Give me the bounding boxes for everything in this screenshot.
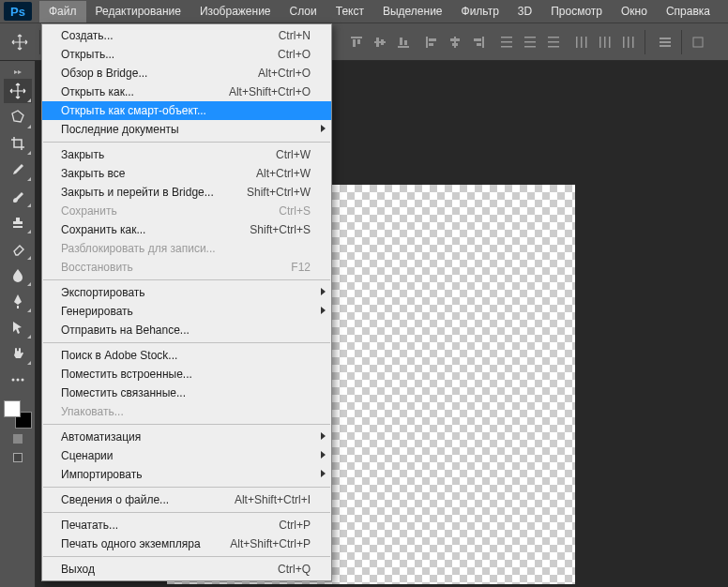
svg-rect-26 [548,46,559,48]
menu-item-экспортировать[interactable]: Экспортировать [42,283,331,302]
svg-point-41 [16,379,19,382]
dist-left-icon[interactable] [571,32,592,53]
align-left-icon[interactable] [421,32,442,53]
menu-item-поиск-в-adobe-stock-[interactable]: Поиск в Adobe Stock... [42,346,331,365]
3d-mode-icon[interactable] [688,32,708,53]
align-vcenter-icon[interactable] [370,32,390,53]
menu-item-shortcut: Ctrl+S [279,204,311,218]
menu-edit[interactable]: Редактирование [86,1,190,23]
foreground-color-swatch[interactable] [4,400,21,417]
align-right-icon[interactable] [468,32,489,53]
menubar: Ps Файл Редактирование Изображение Слои … [0,0,728,23]
edit-toolbar-icon[interactable] [4,368,32,392]
quickmask-icon[interactable] [13,434,23,444]
align-hcenter-icon[interactable] [445,32,465,53]
menu-select[interactable]: Выделение [373,1,452,23]
separator [645,30,645,54]
lasso-tool[interactable] [4,105,32,129]
menu-help[interactable]: Справка [657,1,720,23]
dist-right-icon[interactable] [618,32,639,53]
menu-item-label: Разблокировать для записи... [61,242,311,255]
menu-item-shortcut: Ctrl+P [279,519,311,532]
menu-image[interactable]: Изображение [190,1,281,23]
svg-rect-9 [426,37,428,48]
hand-tool[interactable] [4,341,32,366]
svg-rect-17 [477,43,481,46]
menu-separator [43,142,330,143]
brush-tool[interactable] [4,184,32,208]
svg-rect-25 [548,41,559,43]
menu-item-последние-документы[interactable]: Последние документы [42,120,331,139]
menu-item-печатать-[interactable]: Печатать...Ctrl+P [42,516,331,534]
menu-item-shortcut: Alt+Shift+Ctrl+I [235,493,311,506]
menu-item-label: Импортировать [61,468,311,481]
screenmode-icon[interactable] [13,453,23,462]
menu-item-поместить-связанные-[interactable]: Поместить связанные... [42,384,331,402]
eraser-tool[interactable] [4,236,32,261]
menu-item-label: Сценарии [61,449,311,462]
pen-tool[interactable] [4,289,32,313]
menu-item-сценарии[interactable]: Сценарии [42,446,331,465]
menu-item-label: Открыть как смарт-объект... [61,104,311,117]
svg-rect-18 [501,37,512,38]
align-bottom-icon[interactable] [393,32,414,53]
dist-top-icon[interactable] [496,32,517,53]
menu-item-поместить-встроенные-[interactable]: Поместить встроенные... [42,365,331,384]
menu-window[interactable]: Окно [612,1,657,23]
svg-rect-35 [632,37,634,48]
dist-vcenter-icon[interactable] [520,32,540,53]
menu-item-закрыть[interactable]: ЗакрытьCtrl+W [42,145,331,164]
align-top-icon[interactable] [346,32,367,53]
menu-item-открыть-как-смарт-объект-[interactable]: Открыть как смарт-объект... [42,101,331,120]
svg-rect-3 [374,41,386,43]
menu-filter[interactable]: Фильтр [452,1,508,23]
menu-item-закрыть-все[interactable]: Закрыть всеAlt+Ctrl+W [42,164,331,183]
svg-rect-20 [501,46,512,48]
menu-item-сохранить-как-[interactable]: Сохранить как...Shift+Ctrl+S [42,220,331,239]
dist-bottom-icon[interactable] [543,32,564,53]
svg-rect-32 [609,37,611,48]
svg-rect-36 [660,38,671,39]
menu-item-создать-[interactable]: Создать...Ctrl+N [42,26,331,45]
menu-item-обзор-в-bridge-[interactable]: Обзор в Bridge...Alt+Ctrl+O [42,64,331,83]
menu-item-label: Закрыть и перейти в Bridge... [61,186,247,199]
svg-rect-37 [660,41,671,43]
menu-text[interactable]: Текст [326,1,373,23]
menu-item-автоматизация[interactable]: Автоматизация [42,428,331,446]
menu-view[interactable]: Просмотр [541,1,612,23]
menu-item-печать-одного-экземпляра[interactable]: Печать одного экземпляраAlt+Shift+Ctrl+P [42,534,331,553]
svg-rect-28 [581,37,583,48]
menu-item-открыть-как-[interactable]: Открыть как...Alt+Shift+Ctrl+O [42,83,331,101]
menu-item-закрыть-и-перейти-в-bridge-[interactable]: Закрыть и перейти в Bridge...Shift+Ctrl+… [42,183,331,202]
toolbox-collapse-icon[interactable]: ▸▸ [2,65,34,78]
menu-item-открыть-[interactable]: Открыть...Ctrl+O [42,45,331,64]
more-options-icon[interactable] [655,32,675,53]
menu-item-label: Генерировать [61,305,311,318]
menu-3d[interactable]: 3D [508,1,541,23]
eyedropper-tool[interactable] [4,158,32,182]
blur-tool[interactable] [4,263,32,287]
menu-separator [43,424,330,425]
menu-item-выход[interactable]: ВыходCtrl+Q [42,560,331,579]
menu-item-сведения-о-файле-[interactable]: Сведения о файле...Alt+Shift+Ctrl+I [42,490,331,509]
menu-item-label: Автоматизация [61,430,311,444]
menu-item-отправить-на-behance-[interactable]: Отправить на Behance... [42,321,331,339]
submenu-arrow-icon [321,307,326,314]
menu-file[interactable]: Файл [39,1,86,23]
menu-layers[interactable]: Слои [281,1,326,23]
move-tool[interactable] [4,79,32,103]
menu-item-генерировать[interactable]: Генерировать [42,302,331,321]
color-swatches[interactable] [4,400,32,429]
svg-rect-4 [376,38,379,47]
stamp-tool[interactable] [4,210,32,234]
move-tool-indicator-icon[interactable] [8,30,32,54]
dist-hcenter-icon[interactable] [595,32,615,53]
svg-rect-19 [501,41,512,43]
svg-rect-31 [604,37,606,48]
menu-item-импортировать[interactable]: Импортировать [42,465,331,484]
menu-item-восстановить: ВосстановитьF12 [42,258,331,277]
path-select-tool[interactable] [4,315,32,339]
crop-tool[interactable] [4,131,32,156]
menu-item-label: Обзор в Bridge... [61,67,258,80]
menu-item-label: Сохранить [61,204,279,218]
